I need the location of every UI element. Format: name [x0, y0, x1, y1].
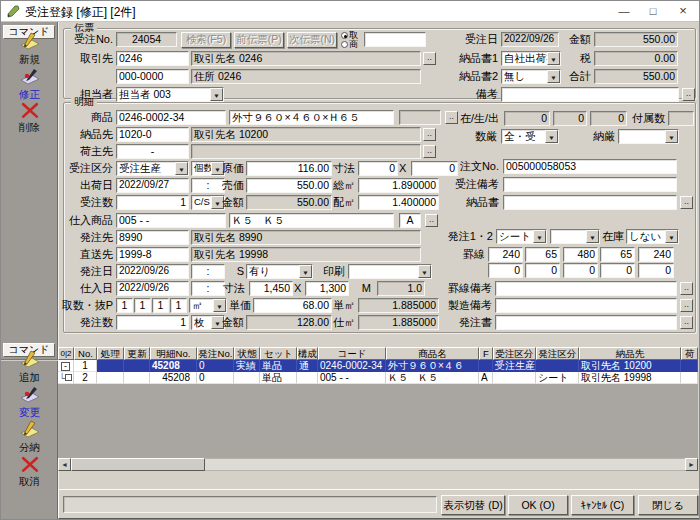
radio-target-field[interactable]	[364, 32, 426, 47]
po1-dropdown[interactable]: シート	[496, 229, 547, 244]
remarks-field[interactable]	[501, 87, 679, 102]
grid-header-code[interactable]: コード	[318, 347, 386, 360]
crease2-field-5[interactable]: 0	[638, 263, 674, 278]
grid-header-order-class[interactable]: 受注区分	[493, 347, 536, 360]
purchase-time-field[interactable]: :	[191, 281, 225, 296]
crease-remarks-expand-button[interactable]: ..	[680, 282, 693, 295]
s-dropdown[interactable]: 有り	[246, 264, 313, 279]
dropdown-arrow-icon[interactable]	[418, 265, 431, 278]
sidebar-item-change[interactable]: 変更	[1, 385, 58, 420]
grid-header-update[interactable]: 更新	[124, 347, 150, 360]
dropdown-arrow-icon[interactable]	[299, 265, 312, 278]
shipper-lookup-button[interactable]: ..	[423, 145, 436, 158]
grid-header-set[interactable]: セット	[260, 347, 297, 360]
po2-dropdown[interactable]	[550, 229, 600, 244]
grid-header-delivery-dest[interactable]: 納品先	[579, 347, 681, 360]
sheet-dim-h-field[interactable]: 1,300	[305, 281, 349, 296]
cost-field[interactable]: 116.00	[246, 161, 332, 176]
direct-ship-code-field[interactable]: 1999-8	[116, 247, 189, 262]
maximize-button[interactable]: □	[642, 2, 664, 20]
purchase-name-field[interactable]: Ｋ５ Ｋ５	[229, 213, 394, 228]
crease2-field-1[interactable]: 0	[488, 263, 523, 278]
customer-lookup-button[interactable]: ..	[423, 52, 436, 65]
scroll-left-icon[interactable]: ◄	[58, 458, 71, 471]
yield-field-4[interactable]: 1	[170, 298, 187, 313]
yield-unit-dropdown[interactable]: ㎡	[189, 298, 227, 313]
grid-header-process[interactable]: 処理	[97, 347, 124, 360]
dropdown-arrow-icon[interactable]	[665, 230, 678, 243]
postal-code-field[interactable]: 000-0000	[116, 69, 189, 84]
grid-header-status[interactable]: 状態	[234, 347, 260, 360]
crease-field-2[interactable]: 65	[525, 247, 560, 262]
po-unit-dropdown[interactable]: 枚	[191, 315, 225, 330]
delivery-doc2-dropdown[interactable]: 無し	[501, 69, 561, 84]
grid-header-detail-no[interactable]: 明細No.	[150, 347, 197, 360]
dropdown-arrow-icon[interactable]	[210, 88, 223, 101]
sidebar-item-add[interactable]: 追加	[1, 350, 58, 385]
scroll-right-icon[interactable]: ►	[685, 458, 698, 471]
close-esc-button[interactable]: 閉じる (Esc)	[638, 495, 698, 515]
order-qty-field[interactable]: 1	[116, 195, 189, 210]
grid-header-po-no[interactable]: 発注No.	[197, 347, 234, 360]
crease-field-3[interactable]: 480	[563, 247, 598, 262]
crease-field-1[interactable]: 240	[488, 247, 523, 262]
purchase-lookup-button[interactable]: ..	[425, 214, 438, 227]
product-code-field[interactable]: 0246-0002-34	[116, 110, 226, 125]
delivery-doc-expand-button[interactable]: ..	[680, 196, 693, 209]
sidebar-item-split-delivery[interactable]: 分納	[1, 420, 58, 455]
crease2-field-2[interactable]: 0	[525, 263, 560, 278]
grid-header-tree[interactable]: 0|2	[58, 347, 74, 360]
remarks-expand-button[interactable]: ..	[682, 88, 695, 101]
order-remarks-field[interactable]	[503, 177, 677, 192]
grid-header-no[interactable]: No.	[74, 347, 97, 360]
delivery-dest-lookup-button[interactable]: ..	[423, 128, 436, 141]
count-unit-dropdown[interactable]: 個数	[191, 161, 225, 176]
yield-field-1[interactable]: 1	[116, 298, 133, 313]
order-unit-dropdown[interactable]: C/S	[191, 195, 225, 210]
delivery-doc-field[interactable]	[503, 195, 677, 210]
order-class-dropdown[interactable]: 受注生産	[116, 161, 189, 176]
grid-header-f[interactable]: F	[479, 347, 493, 360]
supplier-code-field[interactable]: 8990	[116, 230, 189, 245]
close-button[interactable]: ×	[672, 2, 694, 20]
crease-field-5[interactable]: 240	[638, 247, 674, 262]
shipper-code-field[interactable]: -	[116, 144, 189, 159]
dropdown-arrow-icon[interactable]	[547, 70, 560, 83]
unit-price-field[interactable]: 68.00	[253, 298, 332, 313]
purchase-flag-field[interactable]: A	[399, 213, 421, 228]
print-dropdown[interactable]	[348, 264, 432, 279]
tree-leaf-icon[interactable]	[65, 374, 72, 381]
purchase-date-field[interactable]: 2022/09/26	[116, 281, 189, 296]
sheet-dim-w-field[interactable]: 1,450	[249, 281, 293, 296]
scrollbar-thumb[interactable]	[71, 458, 205, 471]
dimension-w-field[interactable]: 0	[358, 161, 398, 176]
yield-field-3[interactable]: 1	[152, 298, 169, 313]
grid-header-structure[interactable]: 構成	[297, 347, 318, 360]
dropdown-arrow-icon[interactable]	[665, 130, 678, 143]
mfg-remarks-expand-button[interactable]: ..	[680, 299, 693, 312]
po-time-field[interactable]: :	[191, 264, 225, 279]
tree-collapse-icon[interactable]: -	[61, 362, 70, 371]
dropdown-arrow-icon[interactable]	[213, 299, 226, 312]
dropdown-arrow-icon[interactable]	[545, 130, 558, 143]
delivery-doc1-dropdown[interactable]: 自社出荷書	[501, 51, 561, 66]
crease-remarks-field[interactable]	[495, 281, 677, 296]
dimension-h-field[interactable]: 0	[411, 161, 458, 176]
dropdown-arrow-icon[interactable]	[586, 230, 599, 243]
delivery-strict-dropdown[interactable]	[618, 129, 679, 144]
radio-sho[interactable]: 商	[341, 40, 358, 49]
yield-field-2[interactable]: 1	[134, 298, 151, 313]
crease-field-4[interactable]: 65	[600, 247, 635, 262]
crease2-field-4[interactable]: 0	[600, 263, 635, 278]
po-doc-field[interactable]	[495, 315, 677, 330]
po-no-field[interactable]: 005000058053	[503, 159, 677, 174]
sidebar-item-modify[interactable]: 修正	[1, 67, 58, 102]
po-date-field[interactable]: 2022/09/26	[116, 264, 189, 279]
ok-button[interactable]: OK (O)	[508, 495, 568, 515]
mfg-remarks-field[interactable]	[495, 298, 677, 313]
cancel-button[interactable]: ｷｬﾝｾﾙ (C)	[571, 495, 634, 515]
product-name-field[interactable]: 外寸９６０×４６０×Ｈ６５	[229, 110, 394, 125]
po-doc-expand-button[interactable]: ..	[680, 316, 693, 329]
purchase-code-field[interactable]: 005 - -	[116, 213, 226, 228]
crease2-field-3[interactable]: 0	[563, 263, 598, 278]
